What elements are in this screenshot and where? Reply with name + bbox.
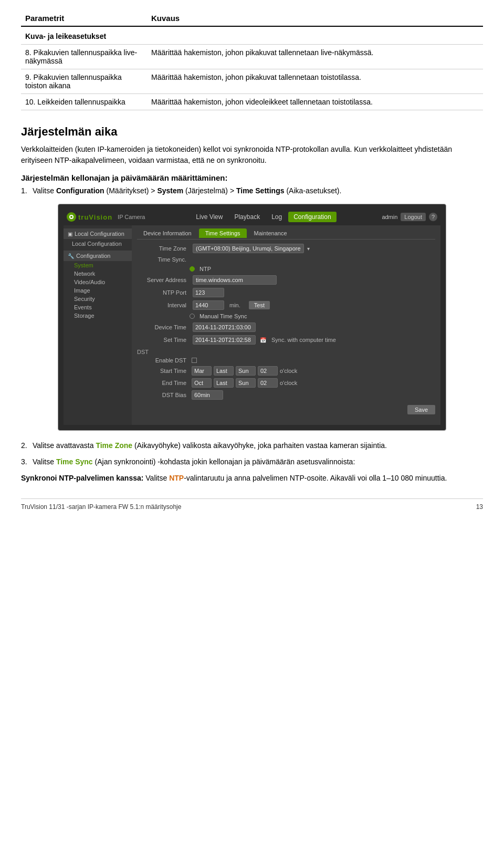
desc-cell: Määrittää hakemiston, johon pikakuvat ta… bbox=[147, 45, 483, 69]
param-cell: 9. Pikakuvien tallennuspaikka toiston ai… bbox=[21, 69, 147, 94]
cam-header: truVision IP Camera Live View Playback L… bbox=[64, 210, 440, 225]
form-row-interval: Interval 1440 min. Test bbox=[137, 300, 435, 310]
step3: 3. Valitse Time Sync (Ajan synkronointi)… bbox=[21, 456, 483, 467]
screenshot-box: truVision IP Camera Live View Playback L… bbox=[58, 204, 446, 431]
nav-live-view[interactable]: Live View bbox=[191, 212, 228, 222]
row-num: 9. bbox=[25, 73, 32, 81]
timezone-dropdown[interactable]: (GMT+08:00) Beijing, Urumqi, Singapore bbox=[193, 244, 304, 253]
sidebar-local-config-group[interactable]: ▣ Local Configuration bbox=[64, 228, 132, 239]
form-row-enable-dst: Enable DST bbox=[137, 357, 435, 363]
tab-time-settings[interactable]: Time Settings bbox=[199, 228, 247, 238]
start-time-unit: o'clock bbox=[280, 368, 297, 374]
start-time-month[interactable]: Mar bbox=[192, 366, 212, 376]
server-address-input[interactable]: time.windows.com bbox=[193, 275, 277, 285]
table-row: 10. Leikkeiden tallennuspaikka Määrittää… bbox=[21, 94, 483, 110]
dst-bias-input[interactable]: 60min bbox=[192, 390, 223, 400]
nav-playback[interactable]: Playback bbox=[229, 212, 265, 222]
ntp-label: NTP bbox=[200, 266, 211, 272]
cam-logo-text: truVision bbox=[78, 213, 112, 221]
enable-dst-checkbox[interactable] bbox=[192, 358, 197, 363]
desc-cell: Määrittää hakemiston, johon videoleikkee… bbox=[147, 94, 483, 110]
timesync-label: Time Sync. bbox=[137, 256, 190, 263]
cam-admin-label: admin bbox=[382, 214, 397, 220]
dst-bias-label: DST Bias bbox=[137, 392, 190, 398]
param-cell: 8. Pikakuvien tallennuspaikka live-näkym… bbox=[21, 45, 147, 69]
sidebar-item-storage[interactable]: Storage bbox=[64, 311, 132, 320]
sidebar-item-system[interactable]: System bbox=[64, 261, 132, 269]
device-time-value: 2014-11-20T21:03:00 bbox=[193, 323, 256, 332]
calendar-icon[interactable]: 📅 bbox=[260, 337, 266, 343]
manual-radio[interactable] bbox=[190, 314, 195, 319]
param-cell: 10. Leikkeiden tallennuspaikka bbox=[21, 94, 147, 110]
end-time-hour[interactable]: 02 bbox=[258, 378, 278, 388]
sidebar-local-config-section: ▣ Local Configuration Local Configuratio… bbox=[64, 228, 132, 248]
sidebar-item-videoaudio[interactable]: Video/Audio bbox=[64, 278, 132, 286]
row-num: 10. bbox=[25, 98, 35, 106]
cam-logo-icon bbox=[67, 212, 76, 222]
save-button[interactable]: Save bbox=[407, 405, 435, 414]
sidebar-config-group[interactable]: 🔧 Configuration bbox=[64, 251, 132, 261]
cam-nav[interactable]: Live View Playback Log Configuration bbox=[191, 212, 336, 222]
set-time-input[interactable]: 2014-11-20T21:02:58 bbox=[193, 335, 256, 345]
cam-tabs: Device Information Time Settings Mainten… bbox=[137, 228, 435, 240]
start-time-day[interactable]: Sun bbox=[236, 366, 256, 376]
ntp-radio[interactable] bbox=[190, 266, 195, 272]
dst-label: DST bbox=[137, 349, 149, 355]
end-time-day[interactable]: Sun bbox=[236, 378, 256, 388]
sidebar-item-image[interactable]: Image bbox=[64, 286, 132, 295]
set-time-label: Set Time bbox=[137, 337, 190, 343]
cam-help-button[interactable]: ? bbox=[429, 213, 437, 221]
row-num: 8. bbox=[25, 48, 32, 57]
sidebar-local-config-item[interactable]: Local Configuration bbox=[64, 239, 132, 248]
tab-device-info[interactable]: Device Information bbox=[137, 228, 198, 238]
sidebar-item-network[interactable]: Network bbox=[64, 269, 132, 278]
page-footer: TruVision 11/31 -sarjan IP-kamera FW 5.1… bbox=[21, 498, 483, 511]
enable-dst-label: Enable DST bbox=[137, 357, 190, 363]
step1-text: Valitse Configuration (Määritykset) > Sy… bbox=[33, 185, 341, 196]
section-subheading: Järjestelmän kellonajan ja päivämäärän m… bbox=[21, 173, 483, 182]
end-time-week[interactable]: Last bbox=[214, 378, 234, 388]
test-button[interactable]: Test bbox=[249, 301, 270, 309]
sidebar-item-security[interactable]: Security bbox=[64, 295, 132, 303]
sidebar-local-config-label: Local Configuration bbox=[75, 231, 124, 237]
step1-num: 1. bbox=[21, 185, 30, 196]
cam-nav-right: admin Logout ? bbox=[382, 213, 437, 221]
end-time-label: End Time bbox=[137, 380, 190, 386]
tab-maintenance[interactable]: Maintenance bbox=[248, 228, 293, 238]
form-row-set-time: Set Time 2014-11-20T21:02:58 📅 Sync. wit… bbox=[137, 335, 435, 345]
nav-log[interactable]: Log bbox=[266, 212, 287, 222]
interval-label: Interval bbox=[137, 302, 190, 308]
form-row-manual: Manual Time Sync bbox=[190, 313, 435, 319]
dst-section-title: DST bbox=[137, 349, 435, 355]
start-time-hour[interactable]: 02 bbox=[258, 366, 278, 376]
section-para1: Verkkolaitteiden (kuten IP-kameroiden ja… bbox=[21, 144, 483, 166]
cam-form: Time Zone (GMT+08:00) Beijing, Urumqi, S… bbox=[137, 244, 435, 414]
sidebar-item-events[interactable]: Events bbox=[64, 303, 132, 311]
form-row-ntp-port: NTP Port 123 bbox=[137, 288, 435, 297]
row-param: Pikakuvien tallennuspaikka toiston aikan… bbox=[25, 73, 122, 90]
step3-num: 3. bbox=[21, 456, 30, 467]
cam-logo: truVision IP Camera bbox=[67, 212, 145, 222]
form-row-device-time: Device Time 2014-11-20T21:03:00 bbox=[137, 323, 435, 332]
cam-logout-button[interactable]: Logout bbox=[401, 213, 426, 221]
nav-configuration[interactable]: Configuration bbox=[288, 212, 336, 222]
step2-text: Valitse avattavasta Time Zone (Aikavyöhy… bbox=[33, 440, 387, 451]
table-row: 9. Pikakuvien tallennuspaikka toiston ai… bbox=[21, 69, 483, 94]
parameters-table: Parametrit Kuvaus Kuva- ja leikeasetukse… bbox=[21, 11, 483, 110]
ntp-port-input[interactable]: 123 bbox=[193, 288, 224, 297]
form-row-start-time: Start Time Mar Last Sun 02 o'clock bbox=[137, 366, 435, 376]
svg-point-1 bbox=[70, 216, 72, 218]
col-header-param: Parametrit bbox=[21, 11, 147, 26]
section-heading: Järjestelmän aika bbox=[21, 125, 483, 139]
start-time-week[interactable]: Last bbox=[214, 366, 234, 376]
interval-input[interactable]: 1440 bbox=[193, 300, 224, 310]
sidebar-config-section: 🔧 Configuration System Network Video/Aud… bbox=[64, 251, 132, 320]
cam-logo-sub: IP Camera bbox=[118, 214, 145, 220]
step2-num: 2. bbox=[21, 440, 30, 451]
device-time-label: Device Time bbox=[137, 324, 190, 330]
form-row-dst-bias: DST Bias 60min bbox=[137, 390, 435, 400]
cam-main: Device Information Time Settings Mainten… bbox=[132, 225, 440, 425]
form-row-save: Save bbox=[137, 405, 435, 414]
timezone-dropdown-arrow: ▾ bbox=[307, 246, 310, 252]
end-time-month[interactable]: Oct bbox=[192, 378, 212, 388]
